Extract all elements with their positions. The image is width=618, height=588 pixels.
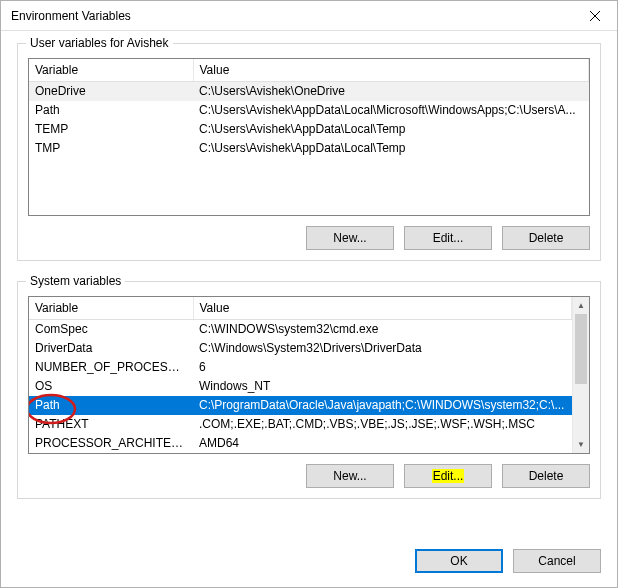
system-new-button[interactable]: New... — [306, 464, 394, 488]
variable-name-cell: PATHEXT — [29, 415, 193, 434]
system-variables-table-wrap: Variable Value ComSpecC:\WINDOWS\system3… — [28, 296, 590, 454]
table-row[interactable]: TMPC:\Users\Avishek\AppData\Local\Temp — [29, 139, 589, 158]
variable-value-cell: Windows_NT — [193, 377, 572, 396]
system-table-scrollbar[interactable]: ▲ ▼ — [572, 297, 589, 453]
variable-value-cell: C:\Users\Avishek\AppData\Local\Temp — [193, 120, 589, 139]
dialog-content: User variables for Avishek Variable Valu… — [1, 31, 617, 545]
user-col-variable[interactable]: Variable — [29, 59, 193, 82]
scroll-track[interactable] — [573, 314, 589, 436]
table-row[interactable]: DriverDataC:\Windows\System32\Drivers\Dr… — [29, 339, 572, 358]
ok-button[interactable]: OK — [415, 549, 503, 573]
table-row[interactable]: OneDriveC:\Users\Avishek\OneDrive — [29, 82, 589, 101]
variable-name-cell: Path — [29, 101, 193, 120]
table-row[interactable]: OSWindows_NT — [29, 377, 572, 396]
variable-name-cell: PROCESSOR_ARCHITECTURE — [29, 434, 193, 453]
variable-name-cell: Path — [29, 396, 193, 415]
variable-value-cell: C:\WINDOWS\system32\cmd.exe — [193, 320, 572, 339]
system-variables-group: System variables Variable Value ComSpecC… — [17, 281, 601, 499]
table-row[interactable]: PATHEXT.COM;.EXE;.BAT;.CMD;.VBS;.VBE;.JS… — [29, 415, 572, 434]
variable-name-cell: TMP — [29, 139, 193, 158]
user-delete-button[interactable]: Delete — [502, 226, 590, 250]
variable-value-cell: C:\Windows\System32\Drivers\DriverData — [193, 339, 572, 358]
variable-value-cell: 6 — [193, 358, 572, 377]
variable-value-cell: C:\Users\Avishek\AppData\Local\Temp — [193, 139, 589, 158]
variable-name-cell: ComSpec — [29, 320, 193, 339]
variable-value-cell: C:\Users\Avishek\OneDrive — [193, 82, 589, 101]
system-variables-table[interactable]: Variable Value ComSpecC:\WINDOWS\system3… — [29, 297, 572, 453]
dialog-bottom-buttons: OK Cancel — [1, 545, 617, 587]
close-button[interactable] — [572, 1, 617, 31]
variable-name-cell: OS — [29, 377, 193, 396]
user-edit-button[interactable]: Edit... — [404, 226, 492, 250]
user-variables-group: User variables for Avishek Variable Valu… — [17, 43, 601, 261]
system-variables-label: System variables — [26, 274, 125, 288]
table-row[interactable]: PathC:\ProgramData\Oracle\Java\javapath;… — [29, 396, 572, 415]
environment-variables-dialog: Environment Variables User variables for… — [0, 0, 618, 588]
variable-name-cell: OneDrive — [29, 82, 193, 101]
variable-name-cell: NUMBER_OF_PROCESSORS — [29, 358, 193, 377]
system-buttons-row: New... Edit... Delete — [28, 464, 590, 488]
system-col-value[interactable]: Value — [193, 297, 572, 320]
system-edit-button[interactable]: Edit... — [404, 464, 492, 488]
system-edit-highlight: Edit... — [432, 469, 465, 483]
user-variables-table-wrap: Variable Value OneDriveC:\Users\Avishek\… — [28, 58, 590, 216]
titlebar: Environment Variables — [1, 1, 617, 31]
variable-value-cell: .COM;.EXE;.BAT;.CMD;.VBS;.VBE;.JS;.JSE;.… — [193, 415, 572, 434]
scroll-down-arrow[interactable]: ▼ — [573, 436, 589, 453]
dialog-title: Environment Variables — [11, 9, 131, 23]
table-row[interactable]: PathC:\Users\Avishek\AppData\Local\Micro… — [29, 101, 589, 120]
close-icon — [590, 11, 600, 21]
table-row[interactable]: ComSpecC:\WINDOWS\system32\cmd.exe — [29, 320, 572, 339]
table-row[interactable]: TEMPC:\Users\Avishek\AppData\Local\Temp — [29, 120, 589, 139]
system-col-variable[interactable]: Variable — [29, 297, 193, 320]
user-new-button[interactable]: New... — [306, 226, 394, 250]
user-variables-table[interactable]: Variable Value OneDriveC:\Users\Avishek\… — [29, 59, 589, 158]
scroll-up-arrow[interactable]: ▲ — [573, 297, 589, 314]
variable-value-cell: C:\ProgramData\Oracle\Java\javapath;C:\W… — [193, 396, 572, 415]
variable-name-cell: TEMP — [29, 120, 193, 139]
variable-value-cell: C:\Users\Avishek\AppData\Local\Microsoft… — [193, 101, 589, 120]
user-variables-label: User variables for Avishek — [26, 36, 173, 50]
system-delete-button[interactable]: Delete — [502, 464, 590, 488]
scroll-thumb[interactable] — [575, 314, 587, 384]
user-buttons-row: New... Edit... Delete — [28, 226, 590, 250]
variable-name-cell: DriverData — [29, 339, 193, 358]
variable-value-cell: AMD64 — [193, 434, 572, 453]
table-row[interactable]: NUMBER_OF_PROCESSORS6 — [29, 358, 572, 377]
table-row[interactable]: PROCESSOR_ARCHITECTUREAMD64 — [29, 434, 572, 453]
cancel-button[interactable]: Cancel — [513, 549, 601, 573]
user-col-value[interactable]: Value — [193, 59, 589, 82]
